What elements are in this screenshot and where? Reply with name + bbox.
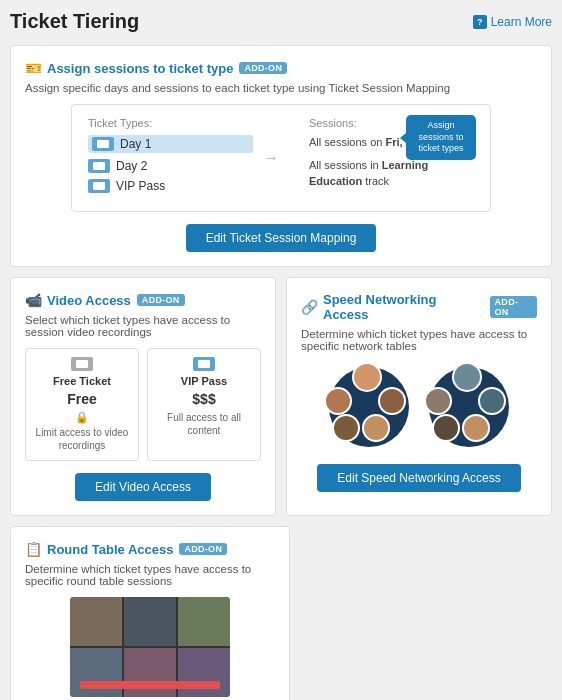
free-ticket-icon bbox=[71, 357, 93, 371]
avatar-1-4 bbox=[332, 414, 360, 442]
edit-ticket-session-mapping-button[interactable]: Edit Ticket Session Mapping bbox=[186, 224, 377, 252]
rt-cell-6 bbox=[178, 648, 230, 697]
learn-more-link[interactable]: ? Learn More bbox=[473, 15, 552, 29]
avatar-1-3 bbox=[362, 414, 390, 442]
vip-ticket-desc: Full access to all content bbox=[156, 411, 252, 437]
speed-networking-desc: Determine which ticket types have access… bbox=[301, 328, 537, 352]
assign-sessions-card: 🎫 Assign sessions to ticket type ADD-ON … bbox=[10, 45, 552, 267]
lock-icon: 🔒 bbox=[34, 411, 130, 424]
session-text-2: All sessions in Learning Education track bbox=[309, 158, 474, 189]
svg-rect-3 bbox=[93, 182, 105, 190]
page-title: Ticket Tiering bbox=[10, 10, 139, 33]
addon-badge: ADD-ON bbox=[239, 62, 287, 74]
info-icon: ? bbox=[473, 15, 487, 29]
round-table-addon-badge: ADD-ON bbox=[179, 543, 227, 555]
rt-cell-2 bbox=[124, 597, 176, 646]
network-group-1 bbox=[324, 362, 414, 452]
network-group-2 bbox=[424, 362, 514, 452]
round-table-icon: 📋 bbox=[25, 541, 41, 557]
edit-speed-networking-button[interactable]: Edit Speed Networking Access bbox=[317, 464, 520, 492]
rt-cell-5 bbox=[124, 648, 176, 697]
ticket-row-day1: Day 1 bbox=[88, 135, 253, 153]
speed-networking-card: 🔗 Speed Networking Access ADD-ON Determi… bbox=[286, 277, 552, 516]
networking-addon-badge: ADD-ON bbox=[490, 296, 537, 318]
video-access-desc: Select which ticket types have access to… bbox=[25, 314, 261, 338]
free-ticket-desc: Limit access to video recordings bbox=[34, 426, 130, 452]
rt-cell-3 bbox=[178, 597, 230, 646]
round-table-image bbox=[70, 597, 230, 697]
video-icon: 📹 bbox=[25, 292, 41, 308]
video-addon-badge: ADD-ON bbox=[137, 294, 185, 306]
round-table-title: 📋 Round Table Access ADD-ON bbox=[25, 541, 275, 557]
round-table-card: 📋 Round Table Access ADD-ON Determine wh… bbox=[10, 526, 290, 700]
mapping-arrow: → bbox=[253, 117, 289, 199]
ticket-icon-day2 bbox=[88, 159, 110, 173]
video-options: Free Ticket Free 🔒 Limit access to video… bbox=[25, 348, 261, 461]
vip-ticket-price: $$$ bbox=[156, 391, 252, 407]
ticket-row-day2: Day 2 bbox=[88, 159, 253, 173]
ticket-icon-vip bbox=[88, 179, 110, 193]
ticket-assign-icon: 🎫 bbox=[25, 60, 41, 76]
round-table-desc: Determine which ticket types have access… bbox=[25, 563, 275, 587]
video-option-vip: VIP Pass $$$ Full access to all content bbox=[147, 348, 261, 461]
rt-cell-1 bbox=[70, 597, 122, 646]
edit-video-access-button[interactable]: Edit Video Access bbox=[75, 473, 211, 501]
assign-sessions-title: 🎫 Assign sessions to ticket type ADD-ON bbox=[25, 60, 537, 76]
vip-ticket-name: VIP Pass bbox=[156, 375, 252, 387]
video-access-title: 📹 Video Access ADD-ON bbox=[25, 292, 261, 308]
svg-rect-2 bbox=[93, 162, 105, 170]
free-ticket-name: Free Ticket bbox=[34, 375, 130, 387]
rt-cell-4 bbox=[70, 648, 122, 697]
free-ticket-price: Free bbox=[34, 391, 130, 407]
video-option-free: Free Ticket Free 🔒 Limit access to video… bbox=[25, 348, 139, 461]
avatar-2-3 bbox=[462, 414, 490, 442]
svg-rect-4 bbox=[76, 360, 88, 368]
ticket-types-label: Ticket Types: bbox=[88, 117, 253, 129]
networking-icon: 🔗 bbox=[301, 299, 317, 315]
avatar-1-2 bbox=[378, 387, 406, 415]
avatar-2-2 bbox=[478, 387, 506, 415]
avatar-2-5 bbox=[424, 387, 452, 415]
speech-bubble: Assign sessions to ticket types bbox=[406, 115, 476, 160]
vip-ticket-icon bbox=[193, 357, 215, 371]
diagram-left: Ticket Types: Day 1 Day 2 bbox=[88, 117, 253, 199]
svg-rect-5 bbox=[198, 360, 210, 368]
two-col-row: 📹 Video Access ADD-ON Select which ticke… bbox=[10, 277, 552, 516]
speed-networking-title: 🔗 Speed Networking Access ADD-ON bbox=[301, 292, 537, 322]
avatar-1-5 bbox=[324, 387, 352, 415]
session-mapping-diagram: Ticket Types: Day 1 Day 2 bbox=[71, 104, 491, 212]
svg-rect-0 bbox=[97, 140, 109, 148]
avatar-2-1 bbox=[452, 362, 482, 392]
ticket-icon-day1 bbox=[92, 137, 114, 151]
assign-sessions-desc: Assign specific days and sessions to eac… bbox=[25, 82, 537, 94]
networking-visual bbox=[301, 362, 537, 452]
rt-progress-bar bbox=[80, 681, 220, 689]
avatar-1-1 bbox=[352, 362, 382, 392]
video-access-card: 📹 Video Access ADD-ON Select which ticke… bbox=[10, 277, 276, 516]
avatar-2-4 bbox=[432, 414, 460, 442]
ticket-row-vip: VIP Pass bbox=[88, 179, 253, 193]
page-header: Ticket Tiering ? Learn More bbox=[10, 10, 552, 33]
